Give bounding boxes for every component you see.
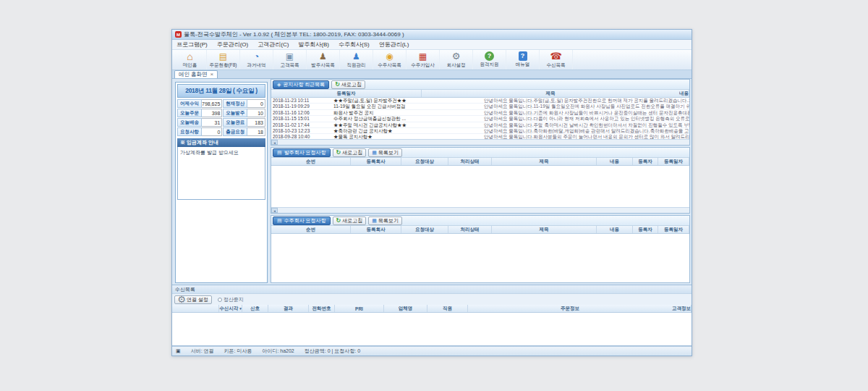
list-view-label: 목록보기 xyxy=(378,149,399,156)
tab-close-icon[interactable]: × xyxy=(210,72,214,77)
refresh-button[interactable]: ↻ 새로고침 xyxy=(333,148,367,157)
notice-row[interactable]: 2018-11-23 10:11 ★★주말(금,토,일) 문자발주건★★ 안녕하… xyxy=(271,98,689,104)
reception-header-cell[interactable]: 신호 xyxy=(242,305,268,312)
notice-content: 안녕하세요 물톡입니다.11-19일 월요일오전에 화원사 사장님들 사진업로드… xyxy=(482,104,689,109)
list-view-label: 목록보기 xyxy=(378,217,399,224)
deposit-account-box: 가상계좌를 발급 받으세요 xyxy=(177,147,265,200)
toolbar-button[interactable]: 고객목록 xyxy=(273,50,307,70)
request-header-cell: 등록회사 xyxy=(351,158,401,165)
reception-header-cell[interactable]: 전화번호 xyxy=(309,305,335,312)
refresh-button[interactable]: ↻ 새로고침 xyxy=(333,216,367,225)
menu-item[interactable]: 주문관리(O) xyxy=(217,41,249,49)
request-header-cell: 처리상태 xyxy=(448,226,492,233)
toolbar-button[interactable]: 메인홈 xyxy=(174,50,207,70)
stat-label: 요청사항 xyxy=(177,127,202,136)
reception-header-cell[interactable] xyxy=(172,305,219,312)
notice-content: 안녕하세요 물톡입니다.다름이 아니라 현재 저희측에서 사용하고 있는 인터넷… xyxy=(482,116,689,121)
order-request-hscrollbar[interactable]: ◂ xyxy=(271,207,689,213)
tab-main-home[interactable]: 메인 홈화면 × xyxy=(174,70,218,78)
reception-header-cell[interactable]: 주문정보 xyxy=(468,305,672,312)
stat-label: 오늘완료 xyxy=(223,118,247,127)
toolbar-icon xyxy=(417,51,428,62)
receive-request-title-button[interactable]: ▤ 수주회사 요청사항 xyxy=(273,216,331,225)
tab-label: 메인 홈화면 xyxy=(179,71,208,78)
stat-pair: 오늘완료 183 xyxy=(223,118,265,127)
refresh-label: 새로고침 xyxy=(342,217,362,224)
gear-icon xyxy=(178,296,185,303)
menu-bar: 프로그램(P)주문관리(O)고객관리(C)발주회사(B)수주회사(S)연동관리(… xyxy=(172,40,692,50)
notice-header-cell: 등록일자 xyxy=(271,90,422,97)
reception-table-header: 수신시각▾신호결과전화번호PRI업체명직원주문정보고객정보 xyxy=(172,305,692,313)
notice-row[interactable]: 2018-11-19 09:29 11-19일 월요일 오전 긴급서버점검 안녕… xyxy=(271,104,689,109)
toolbar-button[interactable]: 주문현황(F8) xyxy=(207,50,240,70)
toolbar-icon xyxy=(251,51,262,62)
toolbar-label: 과거내역 xyxy=(247,62,266,69)
request-header-cell: 순번 xyxy=(271,158,351,165)
toolbar-button[interactable]: 직원관리 xyxy=(340,50,373,70)
toolbar-icon xyxy=(485,51,494,61)
main-panels: ◈ 공지사항 최근목록 ↻ 새로고침 등록일자제목내용 2018-11-23 xyxy=(271,79,690,285)
list-view-button[interactable]: ▦ 목록보기 xyxy=(368,216,402,225)
notice-row[interactable]: 2018-10-23 12:23 ★축하관련 긴급 공지사항★ 안녕하세요 물톡… xyxy=(271,128,689,134)
title-bar: M 물톡-전국수발주체인 - Ver 1.0.92 ( 체인본부 TEL: 18… xyxy=(172,30,692,40)
notice-row[interactable]: 2018-11-16 12:06 화원사 발주건 공지 안녕하세요 물톡입니다.… xyxy=(271,110,689,116)
content-area: 2018년 11월 28일 ( 수요일 ) 어제수익 798,625 현재정산 … xyxy=(172,79,692,285)
toolbar-button[interactable]: 수주가입사 xyxy=(407,50,440,70)
scroll-left-arrow-icon[interactable]: ◂ xyxy=(271,140,278,145)
reception-header-cell[interactable]: PRI xyxy=(335,305,384,312)
connect-settings-button[interactable]: 연결 설정 xyxy=(174,295,212,304)
stat-pair: 현재정산 0 xyxy=(223,99,265,108)
request-header-cell: 제목 xyxy=(492,158,597,165)
order-request-title-button[interactable]: ▤ 발주회사 요청사항 xyxy=(273,148,331,157)
stat-label: 현재정산 xyxy=(223,99,247,108)
toolbar-button[interactable]: 원격지원 xyxy=(473,50,506,70)
settlement-stop-radio[interactable]: 정산중지 xyxy=(218,296,244,303)
window-title: 물톡-전국수발주체인 - Ver 1.0.92 ( 체인본부 TEL: 1800… xyxy=(184,30,404,38)
list-view-button[interactable]: ▦ 목록보기 xyxy=(368,148,402,157)
toolbar-button[interactable]: 발주사목록 xyxy=(307,50,340,70)
scroll-left-arrow-icon[interactable]: ◂ xyxy=(271,208,278,213)
notice-panel-header: ◈ 공지사항 최근목록 ↻ 새로고침 xyxy=(271,80,689,90)
receive-request-table-header: 순번등록회사요청대상처리상태제목내용등록자등록일자 xyxy=(271,226,689,234)
notice-row[interactable]: 2018-11-02 17:44 ★★주말 메시건 긴급공지사항★★ 안녕하세요… xyxy=(271,122,689,128)
stat-value: 798,625 xyxy=(202,99,222,108)
toolbar-button[interactable]: 과거내역 xyxy=(240,50,273,70)
toolbar: 메인홈 주문현황(F8) 과거내역 고객목록 발주사목록 xyxy=(172,50,692,70)
status-settlement: 정산금액: 0 | 요청사항: 0 xyxy=(305,348,360,355)
menu-item[interactable]: 고객관리(C) xyxy=(258,41,289,49)
notice-date: 2018-11-02 17:44 xyxy=(271,122,332,127)
toolbar-button[interactable]: 수신목록 xyxy=(540,50,573,70)
toolbar-button[interactable]: 수주사목록 xyxy=(373,50,407,70)
toolbar-button[interactable]: 회사설정 xyxy=(440,50,473,70)
notice-recent-button[interactable]: ◈ 공지사항 최근목록 xyxy=(273,80,329,89)
reception-header-cell[interactable]: 수신시각▾ xyxy=(219,305,242,312)
notice-title: 수주회사 정산금액출금신청관한 ... xyxy=(332,116,482,121)
notice-title: 화원사 발주건 공지 xyxy=(332,110,482,115)
refresh-button[interactable]: ↻ 새로고침 xyxy=(331,80,365,89)
notice-row[interactable]: 2018-11-15 15:01 수주회사 정산금액출금신청관한 ... 안녕하… xyxy=(271,116,689,122)
request-header-cell: 내용 xyxy=(597,158,633,165)
notice-row[interactable]: 2018-09-28 10:40 ★물톡 공지사항★ 안녕하세요 물톡입니다.화… xyxy=(271,134,689,139)
stat-value: 10 xyxy=(247,109,265,117)
reception-header-cell[interactable]: 업체명 xyxy=(384,305,427,312)
status-server: 서버: 연결 xyxy=(191,348,214,355)
toolbar-icon xyxy=(218,51,229,62)
menu-item[interactable]: 프로그램(P) xyxy=(176,41,208,49)
reception-header-cell[interactable]: 직원 xyxy=(427,305,468,312)
reception-header-cell[interactable]: 고객정보 xyxy=(672,305,692,312)
stat-value: 31 xyxy=(202,118,222,127)
megaphone-icon: ◈ xyxy=(277,82,281,88)
notice-hscrollbar[interactable]: ◂ xyxy=(271,139,689,145)
toolbar-label: 메인홈 xyxy=(183,62,197,69)
reception-header-cell[interactable]: 결과 xyxy=(268,305,309,312)
toolbar-button[interactable]: 매뉴얼 xyxy=(506,50,540,70)
request-header-cell: 처리상태 xyxy=(448,158,492,165)
menu-item[interactable]: 발주회사(B) xyxy=(298,41,329,49)
request-header-cell: 등록자 xyxy=(633,226,658,233)
request-header-cell: 등록일자 xyxy=(658,158,689,165)
request-header-cell: 요청대상 xyxy=(401,158,448,165)
stats-grid: 어제수익 798,625 현재정산 0 오늘주문 398 오늘발주 xyxy=(177,99,265,136)
menu-item[interactable]: 연동관리(L) xyxy=(379,41,409,49)
stat-label: 어제수익 xyxy=(177,99,202,108)
menu-item[interactable]: 수주회사(S) xyxy=(339,41,370,49)
